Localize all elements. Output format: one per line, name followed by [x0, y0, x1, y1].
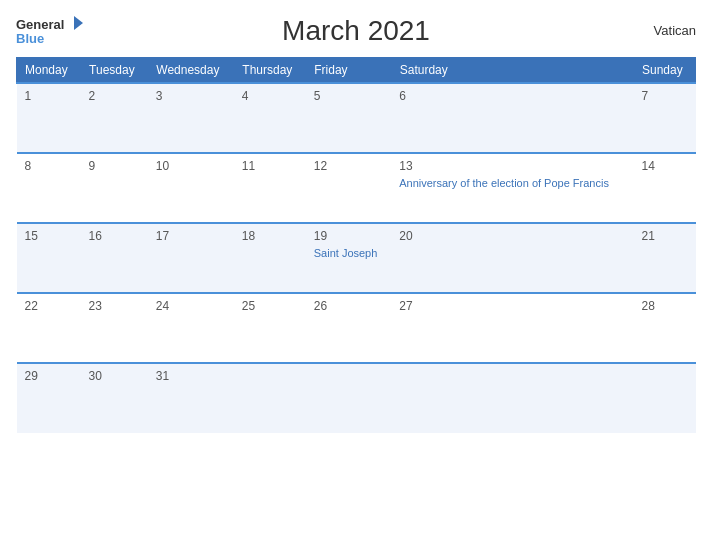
calendar-cell: 26: [306, 293, 391, 363]
calendar-cell: 9: [81, 153, 148, 223]
calendar-cell: 22: [17, 293, 81, 363]
calendar-cell: 13Anniversary of the election of Pope Fr…: [391, 153, 633, 223]
day-number: 1: [25, 89, 73, 103]
day-number: 27: [399, 299, 625, 313]
day-number: 13: [399, 159, 625, 173]
calendar-cell: 5: [306, 83, 391, 153]
calendar-header: Monday Tuesday Wednesday Thursday Friday…: [17, 58, 696, 84]
day-number: 28: [642, 299, 688, 313]
country-label: Vatican: [654, 23, 696, 38]
calendar-cell: 25: [234, 293, 306, 363]
day-number: 31: [156, 369, 226, 383]
calendar-cell: [391, 363, 633, 433]
day-number: 26: [314, 299, 383, 313]
day-number: 24: [156, 299, 226, 313]
calendar-cell: 7: [634, 83, 696, 153]
day-number: 7: [642, 89, 688, 103]
event-label: Saint Joseph: [314, 246, 383, 260]
calendar-cell: 6: [391, 83, 633, 153]
calendar-cell: 29: [17, 363, 81, 433]
weekday-thursday: Thursday: [234, 58, 306, 84]
day-number: 10: [156, 159, 226, 173]
calendar-cell: 14: [634, 153, 696, 223]
day-number: 4: [242, 89, 298, 103]
calendar-cell: 28: [634, 293, 696, 363]
weekday-friday: Friday: [306, 58, 391, 84]
day-number: 22: [25, 299, 73, 313]
calendar-cell: [234, 363, 306, 433]
month-title: March 2021: [282, 15, 430, 47]
day-number: 19: [314, 229, 383, 243]
day-number: 2: [89, 89, 140, 103]
calendar-cell: 17: [148, 223, 234, 293]
calendar-cell: 8: [17, 153, 81, 223]
calendar-cell: 10: [148, 153, 234, 223]
day-number: 30: [89, 369, 140, 383]
day-number: 5: [314, 89, 383, 103]
weekday-sunday: Sunday: [634, 58, 696, 84]
calendar-cell: 3: [148, 83, 234, 153]
day-number: 18: [242, 229, 298, 243]
calendar-cell: 31: [148, 363, 234, 433]
calendar-row: 8910111213Anniversary of the election of…: [17, 153, 696, 223]
calendar-row: 293031: [17, 363, 696, 433]
calendar-cell: 24: [148, 293, 234, 363]
day-number: 9: [89, 159, 140, 173]
day-number: 16: [89, 229, 140, 243]
day-number: 15: [25, 229, 73, 243]
calendar-cell: 1: [17, 83, 81, 153]
calendar-cell: 23: [81, 293, 148, 363]
logo-general-text: General: [16, 18, 64, 31]
day-number: 21: [642, 229, 688, 243]
calendar-cell: 18: [234, 223, 306, 293]
calendar-cell: 4: [234, 83, 306, 153]
day-number: 29: [25, 369, 73, 383]
day-number: 25: [242, 299, 298, 313]
calendar-cell: 15: [17, 223, 81, 293]
calendar-row: 1516171819Saint Joseph2021: [17, 223, 696, 293]
calendar-row: 22232425262728: [17, 293, 696, 363]
calendar-cell: 30: [81, 363, 148, 433]
day-number: 23: [89, 299, 140, 313]
day-number: 8: [25, 159, 73, 173]
calendar-cell: 12: [306, 153, 391, 223]
weekday-monday: Monday: [17, 58, 81, 84]
calendar-cell: 20: [391, 223, 633, 293]
logo-flag-icon: [65, 14, 83, 32]
day-number: 11: [242, 159, 298, 173]
logo-blue-text: Blue: [16, 32, 83, 45]
weekday-tuesday: Tuesday: [81, 58, 148, 84]
day-number: 17: [156, 229, 226, 243]
calendar-cell: [634, 363, 696, 433]
logo: General Blue: [16, 16, 83, 45]
calendar-row: 1234567: [17, 83, 696, 153]
svg-marker-0: [74, 16, 83, 30]
calendar-cell: 21: [634, 223, 696, 293]
calendar-body: 12345678910111213Anniversary of the elec…: [17, 83, 696, 433]
page-header: General Blue March 2021 Vatican: [16, 16, 696, 45]
day-number: 14: [642, 159, 688, 173]
calendar-cell: [306, 363, 391, 433]
day-number: 20: [399, 229, 625, 243]
calendar-cell: 16: [81, 223, 148, 293]
weekday-saturday: Saturday: [391, 58, 633, 84]
event-label: Anniversary of the election of Pope Fran…: [399, 176, 625, 190]
day-number: 6: [399, 89, 625, 103]
weekday-wednesday: Wednesday: [148, 58, 234, 84]
calendar-cell: 2: [81, 83, 148, 153]
calendar-cell: 27: [391, 293, 633, 363]
calendar-cell: 19Saint Joseph: [306, 223, 391, 293]
calendar-cell: 11: [234, 153, 306, 223]
day-number: 3: [156, 89, 226, 103]
day-number: 12: [314, 159, 383, 173]
calendar-table: Monday Tuesday Wednesday Thursday Friday…: [16, 57, 696, 433]
